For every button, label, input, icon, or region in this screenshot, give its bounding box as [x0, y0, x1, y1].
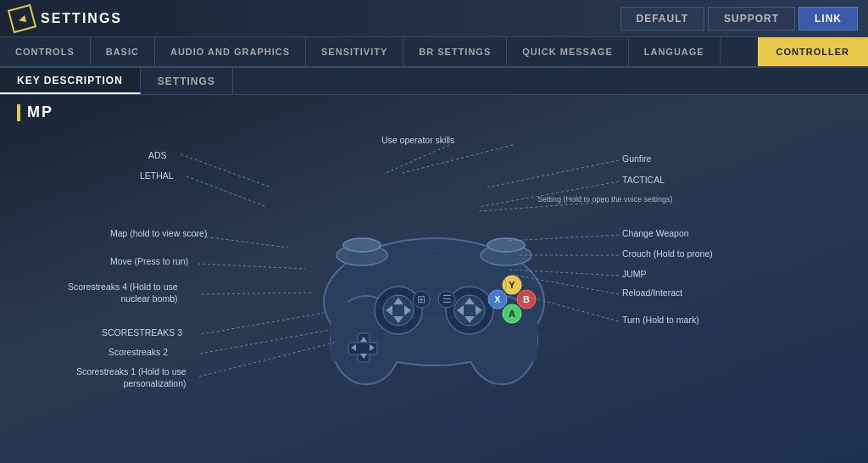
label-change-weapon: Change Weapon	[622, 228, 689, 240]
label-move: Move (Press to run)	[110, 256, 188, 268]
label-map: Map (hold to view score)	[110, 228, 207, 240]
tab-controller[interactable]: CONTROLLER	[758, 37, 868, 66]
subtab-key-description[interactable]: KEY DESCRIPTION	[0, 68, 141, 94]
logo: ◄ SETTINGS	[10, 7, 122, 31]
tab-quick-message[interactable]: QUICK MESSAGE	[507, 37, 629, 66]
tab-controls[interactable]: CONTROLS	[0, 37, 91, 66]
label-scorestreaks1: Scorestreaks 1 (Hold to usepersonalizati…	[76, 366, 186, 389]
label-operator-skills: Use operator skills	[381, 135, 454, 147]
label-turn-hold: Turn (Hold to mark)	[622, 315, 699, 326]
label-crouch: Crouch (Hold to prone)	[622, 248, 713, 260]
svg-text:☰: ☰	[442, 293, 452, 305]
svg-line-47	[386, 145, 449, 173]
tab-basic[interactable]: BASIC	[91, 37, 155, 66]
svg-line-39	[181, 154, 271, 187]
link-button[interactable]: LINK	[798, 7, 858, 31]
section-bar	[17, 104, 20, 121]
svg-text:A: A	[509, 309, 515, 319]
svg-text:B: B	[523, 294, 530, 304]
label-ads: ADS	[148, 150, 167, 162]
header: ◄ SETTINGS DEFAULT SUPPORT LINK	[0, 0, 868, 37]
logo-icon: ◄	[8, 3, 36, 32]
app-title: SETTINGS	[41, 11, 122, 26]
label-jump: JUMP	[622, 269, 647, 281]
tab-audio-graphics[interactable]: AUDIO AND GRAPHICS	[155, 37, 306, 66]
section-title: MP	[17, 103, 851, 121]
tab-br-settings[interactable]: BR SETTINGS	[403, 37, 507, 66]
svg-line-48	[403, 145, 513, 173]
label-setting-hold: Setting (Hold to open the voice settings…	[537, 193, 673, 205]
tab-language[interactable]: LANGUAGE	[629, 37, 721, 66]
section-title-text: MP	[27, 103, 53, 121]
svg-text:⊞: ⊞	[417, 293, 426, 305]
header-buttons: DEFAULT SUPPORT LINK	[620, 7, 858, 31]
label-tactical: TACTICAL	[622, 175, 665, 187]
label-scorestreaks2: Scorestreaks 2	[108, 347, 168, 359]
tab-sensitivity[interactable]: SENSITIVITY	[306, 37, 403, 66]
svg-text:Y: Y	[509, 280, 515, 290]
main-content: MP	[0, 95, 868, 463]
sub-tabs: KEY DESCRIPTION SETTINGS	[0, 68, 868, 95]
subtab-settings[interactable]: SETTINGS	[141, 68, 233, 94]
controller-area: ⊞ ☰ Y X B A	[17, 126, 851, 457]
support-button[interactable]: SUPPORT	[708, 7, 795, 31]
label-scorestreaks4: Scorestreaks 4 (Hold to usenuclear bomb)	[68, 282, 178, 304]
svg-point-7	[487, 238, 525, 252]
label-gunfire: Gunfire	[622, 153, 651, 165]
svg-point-5	[343, 238, 381, 252]
label-scorestreaks3: SCORESTREAKS 3	[102, 327, 182, 339]
nav-tabs: CONTROLS BASIC AUDIO AND GRAPHICS SENSIT…	[0, 37, 868, 68]
svg-line-40	[186, 176, 267, 207]
label-reload: Reload/Interact	[622, 287, 682, 299]
default-button[interactable]: DEFAULT	[620, 7, 704, 31]
label-lethal: LETHAL	[140, 170, 174, 182]
